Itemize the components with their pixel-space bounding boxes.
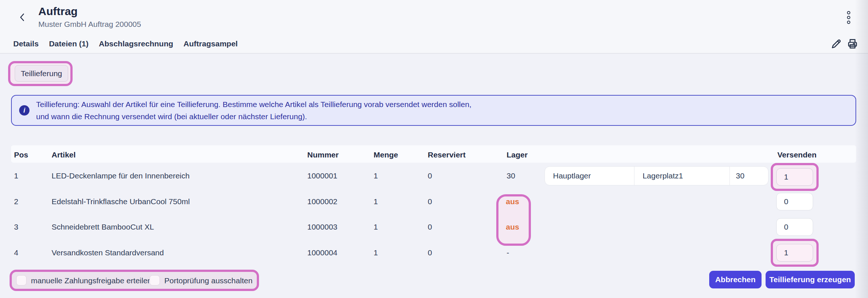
manual-payment-label[interactable]: manuelle Zahlungsfreigabe erteilen — [31, 276, 152, 285]
col-header-reserviert: Reserviert — [428, 150, 466, 159]
row2-lager-status: aus — [506, 197, 519, 206]
pencil-icon — [830, 38, 842, 50]
row1-lager: 30 — [507, 171, 515, 180]
row4-versenden-input[interactable] — [776, 244, 813, 262]
kebab-dot-icon — [847, 21, 850, 24]
row2-reserviert: 0 — [428, 197, 432, 206]
row4-lager: - — [507, 248, 509, 257]
row4-artikel: Versandkosten Standardversand — [52, 248, 164, 257]
col-header-pos: Pos — [14, 150, 28, 159]
tab-bar: Details Dateien (1) Abschlagsrechnung Au… — [13, 39, 238, 49]
page-subtitle: Muster GmbH Auftrag 200005 — [38, 20, 141, 29]
porto-check-checkbox[interactable] — [150, 275, 160, 285]
row1-reserviert: 0 — [428, 171, 432, 180]
row1-versenden-input[interactable] — [776, 168, 813, 186]
row2-versenden-input[interactable] — [776, 193, 813, 210]
row4-pos: 4 — [14, 248, 18, 257]
manual-payment-checkbox[interactable] — [16, 275, 27, 285]
edit-button[interactable] — [830, 38, 842, 50]
page-title: Auftrag — [38, 5, 78, 18]
row1-nummer: 1000001 — [307, 171, 337, 180]
row1-bin-field[interactable]: Lagerplatz1 — [634, 167, 730, 185]
porto-check-label[interactable]: Portoprüfung ausschalten — [164, 276, 252, 285]
page-header: Auftrag Muster GmbH Auftrag 200005 Detai… — [0, 0, 868, 54]
row4-nummer: 1000004 — [307, 248, 337, 257]
row3-artikel: Schneidebrett BambooCut XL — [52, 223, 154, 231]
back-button[interactable] — [16, 11, 29, 24]
row3-pos: 3 — [14, 223, 18, 231]
tab-details[interactable]: Details — [13, 39, 39, 49]
printer-icon — [847, 38, 858, 50]
row1-stock-field[interactable]: 30 — [730, 167, 768, 185]
row1-lager-selector: Hauptlager Lagerplatz1 30 — [545, 166, 769, 185]
row2-menge: 1 — [374, 197, 378, 206]
row2-pos: 2 — [14, 197, 18, 206]
create-teillieferung-button[interactable]: Teillieferung erzeugen — [766, 271, 855, 288]
info-line-1: Teillieferung: Auswahl der Artikel für e… — [36, 98, 472, 110]
row4-reserviert: 0 — [428, 248, 432, 257]
col-header-artikel: Artikel — [52, 150, 76, 159]
col-header-menge: Menge — [374, 150, 398, 159]
kebab-dot-icon — [847, 11, 850, 14]
more-options-button[interactable] — [845, 11, 852, 26]
row1-warehouse-field[interactable]: Hauptlager — [545, 167, 634, 185]
row1-menge: 1 — [374, 171, 378, 180]
info-line-2: und wann die Rechnung versendet wird (be… — [36, 110, 472, 123]
row3-reserviert: 0 — [428, 223, 432, 231]
tab-abschlagsrechnung[interactable]: Abschlagsrechnung — [99, 39, 173, 49]
row4-menge: 1 — [374, 248, 378, 257]
tab-auftragsampel[interactable]: Auftragsampel — [183, 39, 238, 49]
chevron-left-icon — [16, 11, 29, 24]
row1-artikel: LED-Deckenlampe für den Innenbereich — [52, 171, 190, 180]
row3-lager-status: aus — [506, 223, 519, 231]
col-header-versenden: Versenden — [777, 150, 816, 159]
teillieferung-button[interactable]: Teillieferung — [15, 65, 68, 82]
tab-dateien[interactable]: Dateien (1) — [49, 39, 88, 49]
col-header-lager: Lager — [507, 150, 528, 159]
print-button[interactable] — [847, 38, 858, 50]
row3-versenden-input[interactable] — [776, 218, 813, 236]
row2-artikel: Edelstahl-Trinkflasche UrbanCool 750ml — [52, 197, 190, 206]
info-banner-text: Teillieferung: Auswahl der Artikel für e… — [36, 98, 472, 123]
info-icon: i — [19, 105, 29, 116]
cancel-button[interactable]: Abbrechen — [709, 271, 762, 288]
row1-pos: 1 — [14, 171, 18, 180]
col-header-nummer: Nummer — [307, 150, 339, 159]
row2-nummer: 1000002 — [307, 197, 337, 206]
kebab-dot-icon — [847, 16, 850, 19]
row3-nummer: 1000003 — [307, 223, 337, 231]
row3-menge: 1 — [374, 223, 378, 231]
